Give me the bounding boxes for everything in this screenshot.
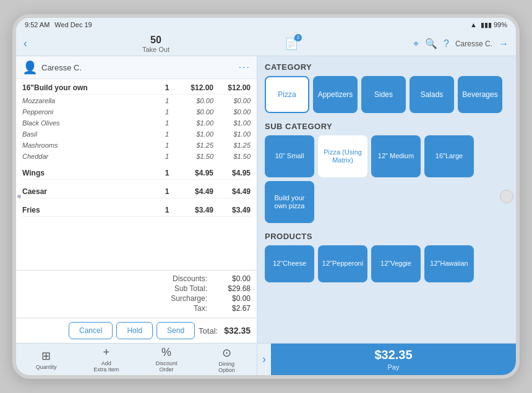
item-qty: 1 xyxy=(158,119,176,127)
item-qty: 1 xyxy=(158,153,176,160)
add-label: AddExtra Item xyxy=(93,360,119,373)
item-total: $1.50 xyxy=(213,153,251,160)
category-button-beverages[interactable]: Beverages xyxy=(458,76,502,113)
table-row: Caesar 1 $4.49 $4.49 xyxy=(22,185,251,198)
dining-label: DiningOption xyxy=(218,361,235,373)
left-edge-dot xyxy=(17,195,21,198)
total-label: Total: xyxy=(199,326,218,336)
help-icon[interactable]: ? xyxy=(444,38,449,49)
dots-menu[interactable]: ··· xyxy=(239,62,251,73)
product-button-veggie[interactable]: 12"Veggie xyxy=(371,245,421,282)
order-header: 👤 Caresse C. ··· xyxy=(16,56,257,79)
item-price: $0.00 xyxy=(176,97,213,104)
bottom-toolbar: ⊞ Quantity + AddExtra Item % DiscountOrd… xyxy=(16,343,516,375)
table-row: Wings 1 $4.95 $4.95 xyxy=(22,167,251,180)
wifi-icon: ▲ xyxy=(470,21,477,28)
table-row: Black Olives 1 $1.00 $1.00 xyxy=(22,117,251,129)
subcategory-grid: 10" Small Pizza (Using Matrix) 12" Mediu… xyxy=(265,135,508,223)
customer-name: Caresse C. xyxy=(41,63,82,72)
subcategory-button-matrix[interactable]: Pizza (Using Matrix) xyxy=(318,135,367,177)
item-name: Cheddar xyxy=(22,153,158,160)
hold-button[interactable]: Hold xyxy=(116,322,153,339)
cursor-icon[interactable]: ⌖ xyxy=(413,38,419,49)
category-button-salads[interactable]: Salads xyxy=(410,76,454,113)
toolbar-discount[interactable]: % DiscountOrder xyxy=(137,344,197,375)
item-name: Black Olives xyxy=(22,119,158,127)
table-row: Mashrooms 1 $1.25 $1.25 xyxy=(22,140,251,151)
subtotal-value: $29.68 xyxy=(220,284,251,293)
item-price: $0.00 xyxy=(176,108,213,116)
order-table: 16"Build your own 1 $12.00 $12.00 Mozzar… xyxy=(16,79,257,270)
product-button-pepperoni[interactable]: 12"Pepperoni xyxy=(318,245,367,282)
subtotal-label: Sub Total: xyxy=(164,284,207,293)
battery-icon: ▮▮▮ 99% xyxy=(481,21,507,29)
toolbar-left: ⊞ Quantity + AddExtra Item % DiscountOrd… xyxy=(16,344,257,375)
item-name: Mozzarella xyxy=(22,97,158,104)
search-icon[interactable]: 🔍 xyxy=(425,38,437,49)
item-name: Pepperoni xyxy=(22,108,158,116)
table-row: Basil 1 $1.00 $1.00 xyxy=(22,129,251,140)
order-type: Take Out xyxy=(142,46,169,53)
back-button[interactable]: ‹ xyxy=(24,37,27,50)
surcharge-value: $0.00 xyxy=(220,294,251,303)
item-qty: 1 xyxy=(158,169,176,177)
item-price: $4.49 xyxy=(176,187,213,196)
home-button[interactable] xyxy=(500,190,513,203)
table-row: Pepperoni 1 $0.00 $0.00 xyxy=(22,106,251,117)
order-number: 50 xyxy=(142,35,169,46)
item-qty: 1 xyxy=(158,187,176,196)
dining-icon: ⊙ xyxy=(222,346,231,360)
order-badge: 📄 2 xyxy=(285,37,298,51)
subcategory-button-medium[interactable]: 12" Medium xyxy=(371,135,421,177)
pay-amount: $32.35 xyxy=(374,348,412,362)
products-title: PRODUCTS xyxy=(265,232,508,241)
surcharge-label: Surcharge: xyxy=(164,294,207,303)
item-price: $1.25 xyxy=(176,142,213,149)
status-date: Wed Dec 19 xyxy=(54,21,92,28)
chevron-right-icon: › xyxy=(257,353,271,366)
item-total: $4.95 xyxy=(213,169,251,177)
product-button-hawaiian[interactable]: 12"Hawaiian xyxy=(424,245,474,282)
item-name: Basil xyxy=(22,130,158,138)
subcategory-button-large[interactable]: 16"Large xyxy=(424,135,474,177)
subcategory-title: SUB CATEGORY xyxy=(265,122,508,131)
item-total: $12.00 xyxy=(213,83,251,92)
item-price: $4.95 xyxy=(176,169,213,177)
category-button-sides[interactable]: Sides xyxy=(361,76,406,113)
toolbar-quantity[interactable]: ⊞ Quantity xyxy=(16,344,76,375)
item-price: $12.00 xyxy=(176,83,213,92)
pay-label: Pay xyxy=(388,363,400,371)
category-button-pizza[interactable]: Pizza xyxy=(265,76,309,113)
add-icon: + xyxy=(103,346,110,359)
logout-icon[interactable]: → xyxy=(499,38,508,49)
category-button-appetizers[interactable]: Appetizers xyxy=(313,76,358,113)
cancel-button[interactable]: Cancel xyxy=(69,322,113,339)
status-time: 9:52 AM xyxy=(25,21,49,28)
item-name: Mashrooms xyxy=(22,142,158,149)
item-qty: 1 xyxy=(158,83,176,92)
tax-label: Tax: xyxy=(164,304,207,313)
table-row: Mozzarella 1 $0.00 $0.00 xyxy=(22,95,251,106)
avatar-icon: 👤 xyxy=(22,60,38,75)
toolbar-dining[interactable]: ⊙ DiningOption xyxy=(197,344,257,375)
item-total: $1.00 xyxy=(213,119,251,127)
product-button-cheese[interactable]: 12"Cheese xyxy=(265,245,314,282)
item-price: $1.50 xyxy=(176,153,213,160)
item-qty: 1 xyxy=(158,206,176,214)
discount-label: DiscountOrder xyxy=(156,360,178,373)
subcategory-button-small[interactable]: 10" Small xyxy=(265,135,314,177)
tax-value: $2.67 xyxy=(220,304,251,313)
item-total: $3.49 xyxy=(213,206,251,214)
toolbar-add-item[interactable]: + AddExtra Item xyxy=(76,344,136,375)
pay-button[interactable]: $32.35 Pay xyxy=(271,344,516,375)
action-buttons: Cancel Hold Send Total: $32.35 xyxy=(16,318,257,343)
item-total: $0.00 xyxy=(213,97,251,104)
send-button[interactable]: Send xyxy=(157,322,195,339)
top-nav: ‹ 50 Take Out 📄 2 ⌖ 🔍 ? Caresse C. → xyxy=(16,32,516,56)
order-panel: 👤 Caresse C. ··· 16"Build your own 1 $12… xyxy=(16,56,257,343)
item-name: Caesar xyxy=(22,187,158,196)
table-row: Cheddar 1 $1.50 $1.50 xyxy=(22,151,251,162)
order-totals: Discounts: $0.00 Sub Total: $29.68 Surch… xyxy=(16,270,257,318)
subcategory-button-build-own[interactable]: Build your own pizza xyxy=(265,181,314,223)
item-qty: 1 xyxy=(158,142,176,149)
